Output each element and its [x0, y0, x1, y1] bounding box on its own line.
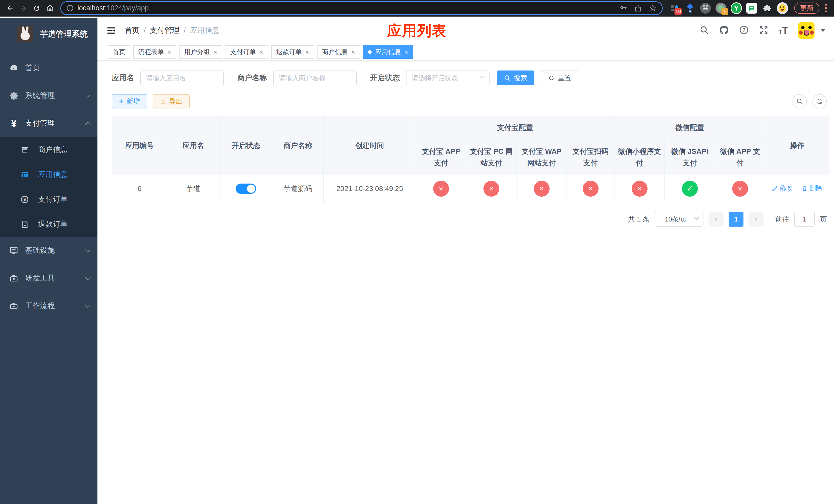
app-name-input[interactable]	[140, 70, 224, 85]
pagination: 共 1 条 1 前往 页	[112, 212, 827, 227]
col-wechat-jsapi: 微信 JSAPI 支付	[665, 139, 715, 175]
share-icon[interactable]	[634, 4, 642, 12]
close-icon[interactable]	[351, 49, 355, 55]
refresh-table-button[interactable]	[812, 94, 827, 109]
col-actions: 操作	[765, 116, 829, 175]
merchant-name-label: 商户名称	[237, 73, 267, 83]
extensions-puzzle-icon[interactable]	[762, 3, 773, 14]
profile-avatar-icon[interactable]	[777, 3, 788, 14]
status-select-input[interactable]	[406, 70, 489, 85]
sidebar-item-pay-orders[interactable]: ¥ 支付订单	[0, 187, 97, 212]
tab-user-group[interactable]: 用户分组	[179, 45, 222, 59]
browser-menu-icon[interactable]	[822, 4, 830, 12]
tab-merchant-info[interactable]: 商户信息	[317, 45, 360, 59]
cell-merchant: 芋道源码	[272, 175, 324, 202]
sidebar-item-dev-tools[interactable]: 研发工具	[0, 264, 97, 292]
col-created: 创建时间	[324, 116, 416, 175]
sidebar-item-app-info[interactable]: 应用信息	[0, 162, 97, 187]
apps-table: 应用编号 应用名 开启状态 商户名称 创建时间 支付宝配置 微信配置 操作 支付…	[112, 116, 829, 202]
search-form: 应用名 商户名称 开启状态 搜索 重置	[112, 70, 827, 85]
active-dot	[368, 50, 372, 54]
app-logo[interactable]: 芋道管理系统	[0, 18, 97, 50]
close-icon[interactable]	[404, 49, 408, 55]
export-button[interactable]: 导出	[153, 94, 190, 109]
wechat-jsapi-status-icon: ✓	[682, 181, 698, 197]
font-size-icon[interactable]: TT	[778, 25, 788, 37]
extension-proxy-icon[interactable]: 1	[715, 3, 727, 14]
forward-icon[interactable]	[18, 2, 29, 14]
tab-process-form[interactable]: 流程表单	[133, 45, 176, 59]
close-icon[interactable]	[259, 49, 263, 55]
status-select[interactable]	[406, 70, 489, 85]
close-icon[interactable]	[305, 49, 309, 55]
tabs-bar: 首页 流程表单 用户分组 支付订单 退款订单 商户信息 应用信息	[97, 43, 834, 61]
status-toggle[interactable]	[236, 184, 256, 194]
page-title: 应用列表	[387, 21, 447, 41]
show-search-button[interactable]	[792, 94, 807, 109]
close-icon[interactable]	[168, 49, 171, 55]
github-icon[interactable]	[719, 25, 729, 36]
tab-pay-orders[interactable]: 支付订单	[225, 45, 268, 59]
site-info-icon[interactable]	[66, 4, 74, 12]
bookmark-star-icon[interactable]	[649, 4, 657, 12]
alipay-app-status-icon: ×	[433, 181, 449, 197]
extension-command-icon[interactable]: ⌘	[700, 3, 711, 14]
url-text[interactable]: localhost:1024/pay/app	[78, 4, 616, 12]
tab-home[interactable]: 首页	[108, 45, 130, 59]
svg-text:¥: ¥	[23, 197, 26, 202]
fullscreen-icon[interactable]	[759, 25, 769, 36]
avatar-caret-icon[interactable]	[821, 29, 825, 32]
prev-page-button[interactable]	[708, 212, 723, 227]
tab-app-info[interactable]: 应用信息	[363, 45, 413, 59]
cell-app-name: 芋道	[167, 175, 220, 202]
password-key-icon[interactable]	[619, 4, 628, 12]
extension-y-icon[interactable]: Y	[731, 3, 742, 14]
merchant-name-input[interactable]	[273, 70, 357, 85]
sidebar-item-refund-orders[interactable]: 退款订单	[0, 212, 97, 237]
delete-link[interactable]: 删除	[802, 184, 822, 193]
user-avatar[interactable]	[798, 22, 814, 39]
search-button[interactable]: 搜索	[497, 70, 534, 85]
sidebar-item-infrastructure[interactable]: 基础设施	[0, 237, 97, 264]
goto-page-input[interactable]	[794, 212, 815, 227]
home-icon[interactable]	[44, 2, 56, 14]
app-name-label: 应用名	[112, 73, 134, 83]
browser-update-button[interactable]: 更新	[794, 3, 819, 14]
gear-icon	[9, 91, 19, 101]
extension-blocker-icon[interactable]: 10	[669, 3, 680, 14]
page-number-button[interactable]: 1	[729, 212, 744, 227]
sidebar-item-system[interactable]: 系统管理	[0, 82, 97, 110]
add-button[interactable]: 新增	[112, 94, 147, 109]
pay-order-icon: ¥	[20, 194, 30, 205]
sidebar-item-label: 工作流程	[25, 301, 86, 311]
address-bar[interactable]: localhost:1024/pay/app	[61, 2, 662, 14]
sidebar-item-workflow[interactable]: 工作流程	[0, 292, 97, 320]
breadcrumb-home[interactable]: 首页	[125, 25, 139, 36]
sidebar: 芋道管理系统 首页 系统管理 ¥ 支付管理	[0, 18, 97, 504]
sidebar-item-merchant-info[interactable]: 商户信息	[0, 137, 97, 162]
col-alipay-app: 支付宝 APP 支付	[416, 139, 466, 175]
extension-kite-icon[interactable]	[684, 3, 696, 14]
back-icon[interactable]	[4, 2, 16, 14]
breadcrumb-payment[interactable]: 支付管理	[150, 25, 179, 36]
app-title: 芋道管理系统	[40, 29, 88, 40]
sidebar-item-home[interactable]: 首页	[0, 54, 97, 82]
page-size-select[interactable]	[655, 212, 703, 227]
breadcrumb-current: 应用信息	[190, 25, 220, 36]
search-icon[interactable]	[699, 25, 709, 36]
sidebar-item-label: 应用信息	[38, 169, 90, 180]
sidebar-collapse-icon[interactable]	[106, 26, 116, 35]
edit-link[interactable]: 修改	[772, 184, 793, 193]
group-alipay-config: 支付宝配置	[416, 116, 614, 139]
help-icon[interactable]: ?	[739, 25, 749, 36]
next-page-button[interactable]	[749, 212, 764, 227]
reload-icon[interactable]	[31, 2, 43, 14]
close-icon[interactable]	[213, 49, 217, 55]
svg-text:?: ?	[743, 27, 746, 33]
tab-refund-orders[interactable]: 退款订单	[271, 45, 314, 59]
shop-icon	[20, 144, 30, 155]
reset-button[interactable]: 重置	[541, 70, 578, 85]
sidebar-item-payment[interactable]: ¥ 支付管理	[0, 110, 97, 137]
col-alipay-wap: 支付宝 WAP 网站支付	[517, 139, 567, 175]
extension-chat-icon[interactable]	[746, 3, 757, 14]
